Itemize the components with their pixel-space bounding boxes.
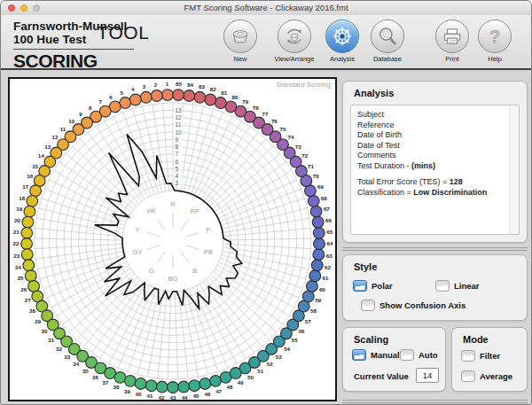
- average-checkbox[interactable]: [461, 370, 475, 382]
- cap-number-label: 33: [64, 354, 70, 360]
- cap-number-label: 74: [288, 134, 294, 140]
- radial-axis-labels: 345678910111213: [174, 107, 183, 187]
- cap-number-label: 65: [326, 229, 332, 235]
- cap-number-label: 55: [292, 337, 298, 343]
- cap-marker: [140, 91, 152, 103]
- cap-number-label: 54: [284, 346, 290, 352]
- cap-number-label: 68: [321, 195, 327, 201]
- section-divider: [342, 400, 528, 403]
- polar-label: Polar: [372, 281, 393, 291]
- cap-number-label: 7: [98, 98, 102, 105]
- cap-marker: [308, 195, 319, 206]
- analysis-title: Analysis: [354, 88, 394, 98]
- cap-number-label: 8: [89, 105, 92, 111]
- cap-number-label: 62: [325, 264, 331, 270]
- polar-grid: [35, 103, 311, 379]
- cap-marker: [189, 380, 200, 392]
- axis-tick-label: 10: [176, 129, 183, 136]
- axis-tick-label: 11: [176, 121, 182, 128]
- cap-number-label: 70: [313, 173, 319, 179]
- current-value-label: Current Value: [354, 371, 409, 381]
- cap-number-label: 52: [267, 361, 273, 367]
- svg-text:?: ?: [489, 26, 501, 46]
- cap-number-label: 47: [215, 388, 222, 394]
- toolbar-button-new[interactable]: New: [215, 19, 265, 63]
- cap-number-label: 43: [170, 394, 176, 400]
- cap-marker: [145, 380, 157, 392]
- cap-marker: [21, 249, 33, 261]
- scaling-option-auto: Auto: [400, 349, 438, 361]
- cap-number-label: 83: [199, 83, 205, 90]
- cap-number-label: 30: [41, 328, 47, 334]
- toolbar-label-new: New: [215, 55, 265, 63]
- cap-icon: [223, 19, 257, 53]
- cap-number-label: 57: [305, 318, 311, 324]
- cap-number-label: 56: [299, 328, 305, 334]
- cap-number-label: 77: [262, 111, 269, 117]
- scaling-panel: Scaling Manual Auto Current Value: [342, 327, 446, 392]
- cap-marker: [22, 216, 34, 228]
- polar-checkbox[interactable]: [353, 280, 367, 292]
- analysis-scrollbar[interactable]: [509, 105, 519, 234]
- cap-marker: [173, 90, 184, 101]
- cap-number-label: 59: [315, 297, 321, 303]
- current-value-input[interactable]: [416, 368, 439, 383]
- cap-number-label: 40: [136, 391, 142, 397]
- cap-number-label: 31: [48, 337, 54, 343]
- cap-number-label: 10: [68, 118, 74, 124]
- analysis-results-box: SubjectReferenceDate of BirthDate of Tes…: [350, 105, 520, 235]
- cap-number-label: 35: [82, 368, 89, 374]
- toolbar-label-view-arrange: View/Arrange: [270, 55, 319, 63]
- cap-marker: [125, 375, 137, 386]
- linear-checkbox[interactable]: [435, 280, 450, 292]
- total-error-score-line: Total Error Score (TES) = 128: [357, 177, 505, 188]
- cap-number-label: 28: [29, 308, 35, 314]
- cap-number-label: 38: [113, 384, 120, 390]
- cap-marker: [184, 90, 195, 102]
- cap-number-label: 67: [324, 206, 330, 212]
- hue-label: RP: [190, 207, 199, 215]
- auto-label: Auto: [419, 350, 438, 360]
- scaling-title: Scaling: [354, 334, 388, 345]
- cap-number-label: 4: [131, 86, 135, 92]
- cap-number-label: 81: [221, 90, 227, 96]
- cap-number-label: 21: [13, 229, 20, 235]
- chart-panel: Standard Scoring RRPPPBBBGGGYYYR34567891…: [8, 77, 337, 401]
- cap-number-label: 53: [276, 354, 282, 360]
- analysis-list: SubjectReferenceDate of BirthDate of Tes…: [357, 110, 505, 198]
- toolbar-button-view-arrange[interactable]: View/Arrange: [270, 19, 319, 63]
- cap-marker: [210, 375, 222, 386]
- style-option-polar: Polar: [353, 280, 393, 292]
- cap-number-label: 14: [38, 152, 44, 159]
- brand-divider: [13, 49, 134, 50]
- cap-marker: [194, 91, 206, 103]
- cap-number-label: 80: [232, 94, 239, 100]
- hue-sector-labels: RRPPPBBBGGGYYYR: [133, 200, 213, 283]
- cap-number-label: 12: [52, 134, 59, 140]
- analysis-field: Date of Test: [357, 141, 505, 152]
- cap-number-label: 84: [187, 82, 193, 88]
- magnifier-icon: [371, 19, 404, 53]
- toolbar-button-database[interactable]: Database: [363, 19, 412, 63]
- cap-number-label: 2: [154, 82, 158, 88]
- manual-checkbox[interactable]: [352, 349, 366, 361]
- cap-number-label: 32: [56, 346, 62, 352]
- cap-number-label: 44: [182, 394, 188, 400]
- toolbar-button-help[interactable]: ? Help: [470, 19, 520, 63]
- toolbar-button-analysis[interactable]: Analysis: [317, 19, 367, 63]
- cap-number-label: 85: [176, 81, 182, 87]
- cap-marker: [312, 216, 324, 228]
- cap-marker: [205, 94, 216, 105]
- cap-marker: [314, 238, 325, 250]
- cap-number-label: 24: [15, 264, 21, 270]
- hue-label: R: [170, 200, 176, 208]
- rotate-arrange-icon: [278, 19, 311, 53]
- question-icon: ?: [478, 19, 512, 53]
- cap-number-label: 71: [308, 163, 314, 169]
- header: Farnsworth-Munsell 100 Hue Test SCORING …: [1, 15, 531, 70]
- axis-tick-label: 8: [176, 144, 179, 150]
- filter-checkbox[interactable]: [461, 350, 475, 362]
- show-confusion-axis-checkbox[interactable]: [361, 300, 375, 311]
- cap-marker: [27, 195, 38, 206]
- auto-checkbox[interactable]: [400, 349, 414, 361]
